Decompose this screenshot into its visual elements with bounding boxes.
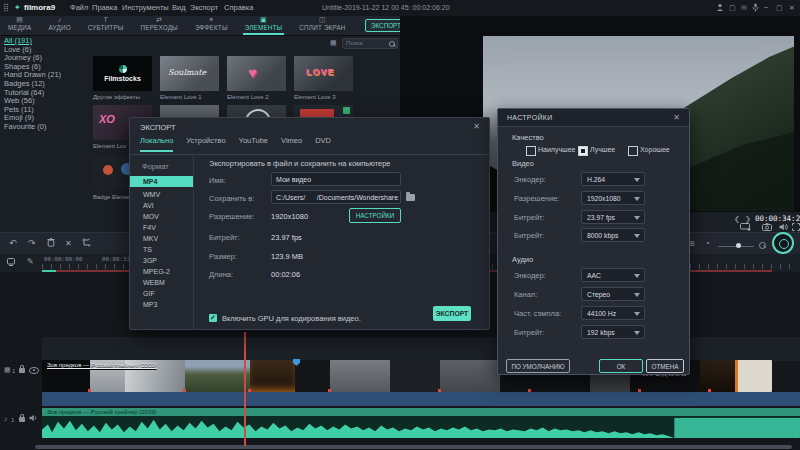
redo-icon[interactable]: ↷ bbox=[28, 239, 36, 248]
audio-clip[interactable]: Зов предков — Русский трейлер (2019) bbox=[42, 408, 800, 438]
lock-icon[interactable] bbox=[19, 368, 25, 373]
quality-good-label: Хорошее bbox=[640, 146, 670, 153]
titles-icon: T bbox=[103, 16, 107, 24]
record-button[interactable] bbox=[772, 232, 794, 254]
resources-icon[interactable]: ▢ bbox=[729, 4, 736, 12]
quality-better-checkbox[interactable] bbox=[578, 146, 588, 156]
snapshot-camera-icon[interactable] bbox=[762, 223, 772, 231]
default-button[interactable]: ПО УМОЛЧАНИЮ bbox=[506, 359, 570, 373]
element-card[interactable]: ♥ bbox=[227, 56, 286, 91]
category-favourite[interactable]: Favourite (0) bbox=[0, 123, 65, 132]
format-mp4[interactable]: MP4 bbox=[130, 176, 193, 187]
video-resolution-dropdown[interactable]: 1920x1080 bbox=[581, 191, 645, 205]
element-card[interactable]: LOVE bbox=[294, 56, 353, 91]
tab-dvd[interactable]: DVD bbox=[315, 136, 331, 152]
app-menu-icon[interactable]: ⣿ bbox=[3, 4, 9, 12]
prev-frame-icon[interactable]: ❮ bbox=[734, 215, 740, 223]
mic-icon[interactable] bbox=[752, 3, 759, 14]
layout-grid-icon[interactable]: ▦ bbox=[330, 39, 337, 47]
close-icon[interactable]: ✕ bbox=[673, 113, 680, 122]
format-3gp[interactable]: 3GP bbox=[130, 255, 193, 266]
menu-edit[interactable]: Правка bbox=[92, 3, 117, 12]
account-icon[interactable] bbox=[716, 3, 724, 13]
format-webm[interactable]: WEBM bbox=[130, 277, 193, 288]
search-input[interactable]: Поиск bbox=[342, 38, 398, 49]
video-bitrate-dropdown[interactable]: 8000 kbps bbox=[581, 228, 645, 242]
close-button[interactable]: ✕ bbox=[789, 4, 795, 12]
tab-titles[interactable]: TСУБТИТРЫ bbox=[86, 15, 126, 35]
chevron-down-icon bbox=[634, 312, 640, 316]
card-label: Другие эффекты bbox=[93, 94, 140, 100]
quality-best-label: Наилучшее bbox=[538, 146, 576, 153]
menu-export[interactable]: Экспорт bbox=[190, 3, 218, 12]
document-title: Untitle-2019-11-22 12 00 45: 00:02:06:20 bbox=[322, 4, 450, 11]
tab-youtube[interactable]: YouTube bbox=[239, 136, 268, 152]
tab-transitions[interactable]: ⇄ПЕРЕХОДЫ bbox=[139, 15, 180, 35]
name-input[interactable]: Мои видео bbox=[271, 172, 401, 186]
render-clock-icon[interactable]: ◔ bbox=[705, 239, 710, 248]
audio-bitrate-dropdown[interactable]: 192 kbps bbox=[581, 325, 645, 339]
dialog-title: ЭКСПОРТ bbox=[140, 123, 176, 132]
mute-speaker-icon[interactable] bbox=[29, 414, 38, 422]
menu-help[interactable]: Справка bbox=[224, 3, 253, 12]
maximize-button[interactable]: ▢ bbox=[776, 4, 783, 12]
horizontal-scrollbar[interactable] bbox=[35, 445, 792, 449]
ok-button[interactable]: ОК bbox=[599, 359, 643, 373]
eye-icon[interactable] bbox=[29, 367, 39, 374]
zoom-slider-handle[interactable] bbox=[736, 243, 741, 248]
minimize-button[interactable]: − bbox=[764, 4, 769, 12]
format-mkv[interactable]: MKV bbox=[130, 233, 193, 244]
crop-icon[interactable] bbox=[82, 238, 91, 247]
quality-best-checkbox[interactable] bbox=[526, 146, 536, 156]
format-mp3[interactable]: MP3 bbox=[130, 299, 193, 310]
audio-encoder-dropdown[interactable]: AAC bbox=[581, 268, 645, 282]
format-wmv[interactable]: WMV bbox=[130, 189, 193, 200]
format-ts[interactable]: TS bbox=[130, 244, 193, 255]
next-frame-icon[interactable]: ❯ bbox=[745, 215, 751, 223]
trash-icon[interactable] bbox=[47, 238, 55, 247]
screen-record-icon[interactable] bbox=[7, 258, 17, 266]
fullscreen-icon[interactable] bbox=[792, 223, 800, 231]
gpu-checkbox[interactable]: ✓ bbox=[209, 314, 217, 322]
audio-encoder-label: Энкодер: bbox=[514, 271, 546, 280]
delete-icon[interactable]: ✕ bbox=[65, 239, 72, 248]
zoom-in-icon[interactable] bbox=[759, 242, 766, 249]
speaker-icon[interactable] bbox=[779, 223, 788, 231]
menu-file[interactable]: Файл bbox=[70, 3, 88, 12]
settings-button[interactable]: НАСТРОЙКИ bbox=[349, 208, 401, 223]
format-gif[interactable]: GIF bbox=[130, 288, 193, 299]
tab-elements[interactable]: ▣ЭЛЕМЕНТЫ bbox=[243, 15, 285, 35]
tab-media[interactable]: ▤МЕДИА bbox=[6, 15, 33, 35]
save-path-input[interactable]: C:/Users/ /Documents/Wondershare Filr bbox=[271, 190, 401, 204]
tab-split-screen[interactable]: ◫СПЛИТ ЭКРАН bbox=[297, 15, 347, 35]
tab-local[interactable]: Локально bbox=[140, 136, 173, 152]
menu-tools[interactable]: Инструменты bbox=[122, 3, 169, 12]
menu-view[interactable]: Вид bbox=[172, 3, 186, 12]
tab-effects[interactable]: ✶ЭФФЕКТЫ bbox=[193, 15, 230, 35]
close-icon[interactable]: ✕ bbox=[473, 122, 480, 131]
video-framerate-dropdown[interactable]: 23.97 fps bbox=[581, 210, 645, 224]
cancel-button[interactable]: ОТМЕНА bbox=[646, 359, 684, 373]
video-encoder-dropdown[interactable]: H.264 bbox=[581, 172, 645, 186]
quality-good-checkbox[interactable] bbox=[628, 146, 638, 156]
export-confirm-button[interactable]: ЭКСПОРТ bbox=[433, 306, 471, 321]
display-device-icon[interactable] bbox=[740, 223, 751, 231]
tab-audio[interactable]: ♪АУДИО bbox=[46, 15, 72, 35]
audio-samplerate-dropdown[interactable]: 44100 Hz bbox=[581, 306, 645, 320]
mail-icon[interactable]: ✉ bbox=[741, 4, 747, 12]
ruler-timestamp: 00:00:00:00 bbox=[44, 256, 82, 262]
format-mov[interactable]: MOV bbox=[130, 211, 193, 222]
tab-vimeo[interactable]: Vimeo bbox=[281, 136, 302, 152]
lock-icon[interactable] bbox=[19, 417, 25, 422]
format-avi[interactable]: AVI bbox=[130, 200, 193, 211]
filmstocks-card[interactable]: Filmstocks bbox=[93, 56, 152, 91]
format-mpeg2[interactable]: MPEG-2 bbox=[130, 266, 193, 277]
folder-icon[interactable] bbox=[406, 194, 415, 201]
element-card[interactable]: Soulmate bbox=[160, 56, 219, 91]
audio-channel-dropdown[interactable]: Стерео bbox=[581, 287, 645, 301]
playhead[interactable] bbox=[244, 332, 246, 446]
tab-device[interactable]: Устройство bbox=[186, 136, 225, 152]
undo-icon[interactable]: ↶ bbox=[9, 239, 17, 248]
format-f4v[interactable]: F4V bbox=[130, 222, 193, 233]
marker-pen-icon[interactable]: ✎ bbox=[27, 257, 34, 266]
